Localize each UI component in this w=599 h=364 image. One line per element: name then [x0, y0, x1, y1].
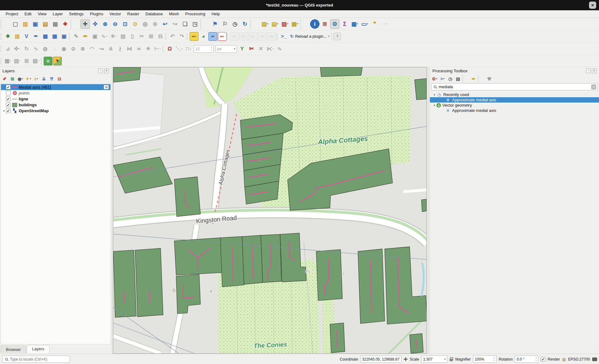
toolbox-search-box[interactable]: ✕ — [431, 83, 598, 90]
select-features-by-value[interactable]: ▤ ▾ — [270, 19, 280, 29]
move-feature[interactable]: ✜ ▾ — [13, 45, 22, 53]
layer-row[interactable]: ▾ ✓ OpenStreetMap — [1, 108, 110, 114]
avoid-overlap[interactable]: ✕ — [256, 45, 265, 53]
open-project[interactable]: ▥ — [21, 19, 30, 29]
layer-checkbox[interactable]: ✓ — [6, 97, 11, 101]
enable-snapping[interactable]: Ω — [165, 45, 174, 53]
pin-labels[interactable]: ab — [208, 32, 217, 41]
mesh-force-by-lines[interactable]: ▧ ▾ — [32, 57, 40, 65]
messages-icon[interactable] — [592, 357, 597, 361]
help-button[interactable]: ? — [334, 33, 341, 40]
add-ring[interactable]: ◍ — [41, 45, 50, 53]
zoom-to-layer[interactable]: ◎ — [140, 19, 150, 29]
new-spatial-bookmark[interactable]: ⚑ — [210, 19, 220, 29]
current-edits[interactable]: ✏ — [81, 32, 90, 41]
models[interactable]: ⚙ ▾ — [431, 75, 438, 82]
new-3d-map-view[interactable]: ◳ — [190, 19, 200, 29]
menu-item[interactable]: Project — [2, 11, 21, 17]
mesh-transform[interactable]: ▤ ▾ — [13, 57, 22, 65]
move-label[interactable]: ab — [230, 32, 239, 41]
delete-selected[interactable]: ▯ — [128, 32, 137, 41]
paste-features[interactable]: ⊟ — [156, 32, 165, 41]
pan-to-selection[interactable]: ✜ — [90, 19, 100, 29]
layer-diagram[interactable]: ◕ — [199, 32, 208, 41]
results-viewer[interactable]: ▤ — [455, 75, 461, 82]
new-project[interactable]: ▢ — [11, 19, 20, 29]
trim-extend[interactable]: ⊢ ▾ — [153, 45, 162, 53]
show-layout-manager[interactable]: ▦ — [51, 19, 60, 29]
layer-row[interactable]: ✓ buildings — [1, 102, 110, 108]
offset-curve[interactable]: ◠ — [88, 45, 96, 53]
map-tips[interactable]: ❞ — [370, 19, 379, 29]
select-features[interactable]: ▧ ▾ — [260, 19, 270, 29]
python-console[interactable]: >_ — [280, 32, 288, 41]
menu-item[interactable]: Plugins — [87, 11, 106, 17]
open-layer-styling[interactable]: ✐ — [1, 75, 8, 82]
pan-map[interactable]: ✛ — [80, 19, 90, 29]
menu-item[interactable]: Settings — [66, 11, 87, 17]
delete-part[interactable]: ⊗ — [78, 45, 87, 53]
mesh-digitizing[interactable]: ▦ ▾ — [3, 57, 12, 65]
processing-toolbox-toggle[interactable]: ⚙ — [330, 19, 339, 29]
reshape-features[interactable]: ↝ — [97, 45, 106, 53]
redo[interactable]: ↷ — [178, 32, 186, 41]
add-group[interactable]: ⊞ — [9, 75, 16, 82]
filter-legend[interactable]: ▼ ▾ — [25, 75, 32, 82]
menu-item[interactable]: Layer — [50, 11, 66, 17]
locator-box[interactable] — [2, 356, 70, 363]
snapping-mode[interactable]: ⋱ ▾ — [175, 45, 183, 53]
layer-row[interactable]: points — [1, 90, 110, 96]
history[interactable]: ◷ — [447, 75, 454, 82]
temporal-controller[interactable]: ◷ — [230, 19, 240, 29]
new-temporary-scratch-layer[interactable]: ▩ — [41, 32, 50, 41]
split-parts[interactable]: ⋔ — [106, 45, 115, 53]
rotate-feature[interactable]: ↻ — [22, 45, 31, 53]
merge-feature-attributes[interactable]: ≍ — [134, 45, 143, 53]
highlight-pinned-labels[interactable]: abc — [218, 32, 226, 41]
zoom-native-resolution[interactable]: ⊚ — [150, 19, 160, 29]
remove-layer[interactable]: ⊟ — [56, 75, 63, 82]
collapse-all[interactable]: ⇈ — [48, 75, 55, 82]
move-label-diagram[interactable]: abc — [249, 32, 257, 41]
toolbox-search-input[interactable] — [439, 84, 591, 89]
panel-close-button[interactable]: ✕ — [592, 69, 597, 73]
zoom-out[interactable]: ⊖ — [110, 19, 120, 29]
new-shapefile-layer[interactable]: V — [22, 32, 31, 41]
save-layer-edits[interactable]: ▣ — [90, 32, 99, 41]
menu-item[interactable]: Edit — [21, 11, 34, 17]
menu-item[interactable]: Help — [208, 11, 223, 17]
render-checkbox[interactable]: ✓ — [541, 357, 545, 362]
rotate-label[interactable]: abc — [258, 32, 267, 41]
layer-checkbox[interactable] — [6, 91, 11, 95]
lock-scale-icon[interactable] — [450, 359, 453, 361]
expander-icon[interactable]: ▾ — [2, 109, 6, 113]
open-data-source-manager[interactable]: ❖ — [3, 32, 12, 41]
osm-edit[interactable]: ✎ — [53, 57, 62, 65]
edit-features-in-place[interactable]: ✏ — [470, 75, 477, 82]
annotations[interactable]: ◌ ▾ — [380, 19, 389, 29]
clear-search-icon[interactable]: ✕ — [591, 84, 596, 89]
expander-icon[interactable]: ▾ — [432, 104, 436, 107]
layer-row[interactable]: ✓ Medial axis [401] ▥ — [1, 84, 110, 90]
menu-item[interactable]: Mesh — [166, 11, 182, 17]
snapping-on-intersection[interactable]: ✄ — [247, 45, 256, 53]
spinner-arrows-icon[interactable]: ▴▾ — [536, 357, 537, 361]
zoom-full-extent[interactable]: ⊡ — [120, 19, 130, 29]
zoom-to-selection[interactable]: ⊙ — [130, 19, 140, 29]
toggle-editing[interactable]: ✎ — [72, 32, 80, 41]
menu-item[interactable]: View — [35, 11, 50, 17]
toolbox-tree-row[interactable]: ❋ Approximate medial axis — [430, 97, 599, 103]
menu-item[interactable]: Processing — [182, 11, 208, 17]
undo[interactable]: ↶ — [168, 32, 177, 41]
map-canvas[interactable]: Alpha Cottages Alpha Cottages Kingston R… — [113, 67, 427, 354]
statistical-summary[interactable]: Σ — [340, 19, 349, 29]
spinner-arrows-icon[interactable]: ▴▾ — [211, 46, 212, 51]
layer-checkbox[interactable]: ✓ — [6, 103, 11, 107]
snapping-tolerance-spinbox[interactable]: 12 ▴▾ — [194, 45, 214, 53]
self-snapping[interactable]: ⋉ ▾ — [266, 45, 275, 53]
options[interactable]: ⚒ — [486, 75, 493, 82]
layer-checkbox[interactable]: ✓ — [6, 85, 11, 89]
locator-input[interactable] — [10, 357, 70, 362]
copy-features[interactable]: ⊞ — [147, 32, 155, 41]
deselect-features[interactable]: ▨ ▾ — [280, 19, 290, 29]
